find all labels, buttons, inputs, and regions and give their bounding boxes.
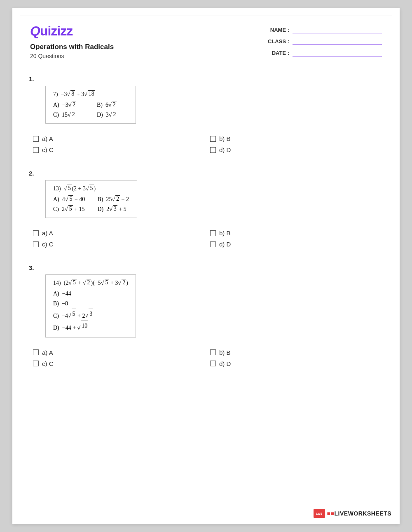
answer-1c[interactable]: c) C: [33, 146, 210, 153]
answer-1c-label: c) C: [42, 146, 54, 153]
quizizz-logo: Quizizz: [30, 23, 114, 39]
question-2-image-box: 13) √5(2 + 3√5) A) 4√5 − 40 B) 25√2 + 2 …: [45, 180, 137, 218]
answer-3d-label: d) D: [219, 360, 231, 367]
checkbox-1b[interactable]: [210, 136, 216, 142]
class-label: CLASS :: [267, 38, 289, 45]
name-label: NAME :: [267, 27, 289, 33]
question-3-choices-list: A) −44 B) −8 C) −4√5 + 2√3 D) −44 + √10: [53, 289, 128, 333]
checkbox-1a[interactable]: [33, 136, 39, 142]
date-label: DATE :: [267, 50, 289, 56]
question-2: 2. 13) √5(2 + 3√5) A) 4√5 − 40 B) 25√2 +…: [29, 170, 387, 248]
answer-1a-label: a) A: [42, 135, 53, 142]
answer-3a[interactable]: a) A: [33, 349, 210, 356]
answer-2b[interactable]: b) B: [210, 230, 387, 237]
choice-2d: D) 2√3 + 5: [97, 204, 129, 213]
question-3-image-box: 14) (2√5 + √2)(−5√5 + 3√2) A) −44 B) −8 …: [45, 274, 136, 337]
checkbox-2c[interactable]: [33, 241, 39, 247]
answer-3b[interactable]: b) B: [210, 349, 387, 356]
worksheet-title: Operations with Radicals: [30, 43, 114, 51]
question-1-problem: 7) −3√8 + 3√18: [53, 90, 128, 98]
answer-3a-label: a) A: [42, 349, 53, 356]
checkbox-3d[interactable]: [210, 361, 216, 366]
header-right: NAME : CLASS : DATE :: [267, 23, 382, 56]
footer: LWS ■■LIVEWORKSHEETS: [314, 509, 391, 518]
answer-3c[interactable]: c) C: [33, 360, 210, 367]
question-count: 20 Questions: [30, 53, 114, 59]
question-3-problem: 14) (2√5 + √2)(−5√5 + 3√2): [53, 279, 128, 286]
question-1: 1. 7) −3√8 + 3√18 A) −3√2 B) 6√2 C) 15√2…: [29, 75, 387, 153]
choice-2a: A) 4√5 − 40: [53, 195, 85, 204]
main-content: 1. 7) −3√8 + 3√18 A) −3√2 B) 6√2 C) 15√2…: [12, 67, 400, 396]
question-1-answers: a) A b) B c) C d) D: [33, 135, 387, 153]
choice-1c: C) 15√2: [53, 110, 84, 119]
checkbox-3a[interactable]: [33, 349, 39, 355]
choice-2b: B) 25√2 + 2: [97, 195, 129, 204]
question-1-choices: A) −3√2 B) 6√2 C) 15√2 D) 3√2: [53, 100, 128, 119]
choice-1d: D) 3√2: [97, 110, 128, 119]
liveworksheets-logo: LWS ■■LIVEWORKSHEETS: [314, 509, 391, 518]
question-2-problem: 13) √5(2 + 3√5): [53, 185, 129, 192]
checkbox-2b[interactable]: [210, 230, 216, 236]
checkbox-1d[interactable]: [210, 147, 216, 153]
answer-1a[interactable]: a) A: [33, 135, 210, 142]
date-underline[interactable]: [293, 49, 382, 56]
date-field-row: DATE :: [267, 49, 382, 56]
question-2-number: 2.: [29, 170, 387, 177]
choice-3d: D) −44 + √10: [53, 321, 128, 333]
choice-3a: A) −44: [53, 289, 128, 299]
question-3-answers: a) A b) B c) C d) D: [33, 349, 387, 367]
question-1-image-box: 7) −3√8 + 3√18 A) −3√2 B) 6√2 C) 15√2 D)…: [45, 86, 136, 124]
checkbox-2a[interactable]: [33, 230, 39, 236]
question-2-answers: a) A b) B c) C d) D: [33, 230, 387, 248]
choice-3c: C) −4√5 + 2√3: [53, 309, 128, 321]
answer-2d-label: d) D: [219, 241, 231, 248]
name-underline[interactable]: [293, 26, 382, 33]
answer-2d[interactable]: d) D: [210, 241, 387, 248]
answer-3c-label: c) C: [42, 360, 54, 367]
answer-2c[interactable]: c) C: [33, 241, 210, 248]
choice-1b: B) 6√2: [97, 100, 128, 109]
worksheet-page: Quizizz Operations with Radicals 20 Ques…: [12, 8, 400, 524]
answer-3b-label: b) B: [219, 349, 231, 356]
question-3-number: 3.: [29, 264, 387, 271]
liveworksheets-text: ■■LIVEWORKSHEETS: [327, 510, 391, 517]
question-2-choices: A) 4√5 − 40 B) 25√2 + 2 C) 2√5 + 15 D) 2…: [53, 195, 129, 213]
answer-1b-label: b) B: [219, 135, 231, 142]
answer-2b-label: b) B: [219, 230, 231, 237]
header-left: Quizizz Operations with Radicals 20 Ques…: [30, 23, 114, 59]
choice-3b: B) −8: [53, 299, 128, 309]
checkbox-2d[interactable]: [210, 241, 216, 247]
checkbox-1c[interactable]: [33, 147, 39, 153]
question-3: 3. 14) (2√5 + √2)(−5√5 + 3√2) A) −44 B) …: [29, 264, 387, 367]
choice-2c: C) 2√5 + 15: [53, 204, 85, 213]
header-section: Quizizz Operations with Radicals 20 Ques…: [20, 16, 392, 67]
answer-3d[interactable]: d) D: [210, 360, 387, 367]
answer-1d[interactable]: d) D: [210, 146, 387, 153]
answer-1b[interactable]: b) B: [210, 135, 387, 142]
checkbox-3b[interactable]: [210, 349, 216, 355]
choice-1a: A) −3√2: [53, 100, 84, 109]
lw-icon: LWS: [314, 509, 325, 518]
answer-2c-label: c) C: [42, 241, 54, 248]
answer-1d-label: d) D: [219, 146, 231, 153]
class-underline[interactable]: [293, 37, 382, 45]
question-1-number: 1.: [29, 75, 387, 82]
answer-2a-label: a) A: [42, 230, 53, 237]
name-field-row: NAME :: [267, 26, 382, 33]
checkbox-3c[interactable]: [33, 361, 39, 366]
class-field-row: CLASS :: [267, 37, 382, 45]
answer-2a[interactable]: a) A: [33, 230, 210, 237]
